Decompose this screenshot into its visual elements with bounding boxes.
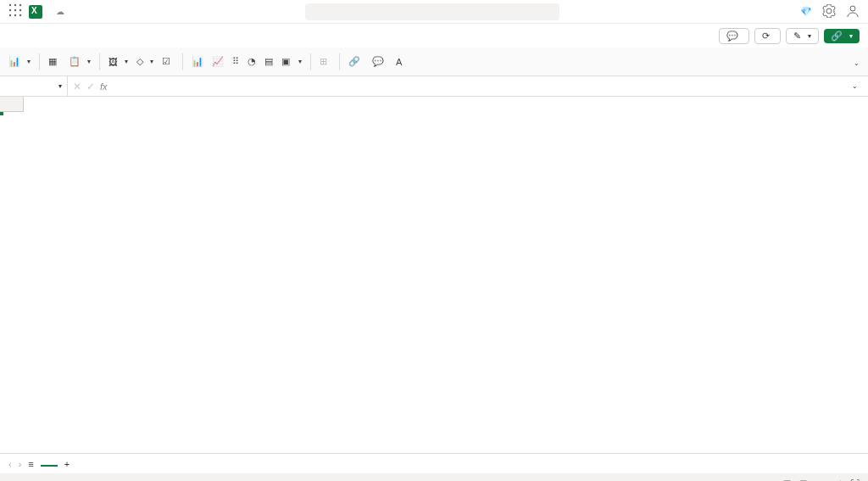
forms-button[interactable]: 📋 ▾ [69, 56, 91, 67]
comment-button[interactable]: 💬 [719, 28, 749, 44]
settings-icon[interactable] [822, 4, 836, 20]
sheet-tab-bar: ‹ › ≡ + [0, 453, 868, 473]
spreadsheet-grid[interactable] [0, 97, 868, 453]
fullscreen-icon[interactable]: ⛶ [851, 478, 860, 482]
link-button[interactable]: 🔗 [348, 56, 364, 67]
menu-bar: 💬 ⟳ ✎ ▾ 🔗 ▾ [0, 24, 868, 48]
sheet-tab-sheet1[interactable] [41, 461, 58, 467]
svg-point-4 [14, 9, 16, 11]
title-bar: ☁ 💎 [0, 0, 868, 24]
excel-icon [29, 5, 42, 19]
slicer-button: ⊞ [320, 56, 331, 67]
svg-point-0 [9, 4, 11, 6]
shapes-button[interactable]: ◇ ▾ [136, 56, 153, 67]
chart-more-icon[interactable]: ▾ [298, 58, 302, 65]
search-input[interactable] [305, 3, 559, 20]
zoom-out-button[interactable]: − [815, 478, 821, 482]
pivot-table-button[interactable]: 📊 ▾ [8, 56, 31, 67]
chart-line-icon[interactable]: 📈 [212, 56, 224, 67]
catchup-button[interactable]: ⟳ [754, 28, 781, 44]
svg-point-7 [14, 14, 16, 16]
chart-pie-icon[interactable]: ◔ [248, 56, 256, 67]
svg-point-3 [9, 9, 11, 11]
edit-mode-button[interactable]: ✎ ▾ [786, 28, 819, 44]
status-bar: ➹ ▦ ▤ − + ⛶ [0, 473, 868, 481]
share-button[interactable]: 🔗 ▾ [824, 29, 860, 43]
fx-icon[interactable]: fx [100, 81, 108, 92]
cancel-formula-icon[interactable]: ✕ [73, 81, 81, 92]
svg-point-8 [19, 14, 21, 16]
svg-point-9 [850, 6, 855, 11]
buy-m365-link[interactable]: 💎 [800, 6, 812, 17]
table-button[interactable]: ▦ [48, 56, 60, 67]
tab-nav-next-icon[interactable]: › [19, 459, 22, 469]
textbox-button[interactable]: A [396, 57, 405, 67]
confirm-formula-icon[interactable]: ✓ [86, 81, 95, 92]
image-button[interactable]: 🖼 ▾ [108, 57, 128, 67]
name-box[interactable]: ▾ [0, 76, 68, 96]
formula-bar-row: ▾ ✕ ✓ fx ⌄ [0, 76, 868, 97]
svg-point-1 [14, 4, 16, 6]
svg-point-5 [19, 9, 21, 11]
view-normal-icon[interactable]: ▦ [783, 478, 791, 482]
ribbon: 📊 ▾ ▦ 📋 ▾ 🖼 ▾ ◇ ▾ ☑ 📊 📈 ⠿ ◔ ▤ ▣ ▾ ⊞ 🔗 💬 … [0, 48, 868, 76]
account-icon[interactable] [846, 4, 860, 20]
all-sheets-icon[interactable]: ≡ [28, 459, 33, 469]
cloud-saved-icon: ☁ [56, 7, 64, 16]
zoom-in-button[interactable]: + [837, 478, 843, 482]
formula-input[interactable] [113, 81, 847, 92]
view-page-icon[interactable]: ▤ [799, 478, 807, 482]
svg-point-2 [19, 4, 21, 6]
formula-bar-expand-icon[interactable]: ⌄ [852, 82, 863, 90]
chart-hier-icon[interactable]: ▣ [281, 56, 290, 67]
active-cell-indicator [0, 112, 3, 115]
ribbon-toggle-icon[interactable]: ⌄ [854, 57, 860, 67]
select-all-corner[interactable] [0, 97, 24, 112]
feedback-icon[interactable]: ➹ [768, 478, 775, 482]
checkbox-button[interactable]: ☑ [162, 56, 174, 67]
add-sheet-button[interactable]: + [64, 459, 70, 469]
chart-bar-icon[interactable]: ▤ [264, 56, 273, 67]
chart-column-icon[interactable]: 📊 [192, 56, 203, 67]
chart-scatter-icon[interactable]: ⠿ [232, 56, 239, 67]
tab-nav-prev-icon[interactable]: ‹ [8, 459, 12, 469]
app-launcher-icon[interactable] [8, 3, 22, 20]
new-comment-button[interactable]: 💬 [372, 56, 387, 67]
svg-point-6 [9, 14, 11, 16]
